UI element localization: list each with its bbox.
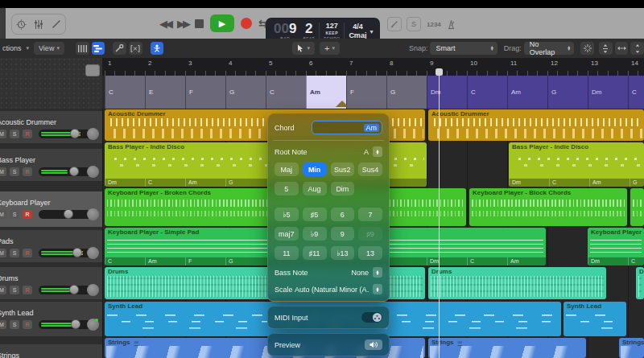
- chord-cell[interactable]: E: [145, 76, 185, 109]
- track-record-enable-button[interactable]: R: [23, 249, 32, 257]
- track-mute-button[interactable]: M: [0, 286, 6, 294]
- track-mute-button[interactable]: M: [0, 210, 6, 219]
- zoom-preset-icon[interactable]: [630, 42, 644, 55]
- chord-cell[interactable]: C: [266, 76, 306, 109]
- track-mute-button[interactable]: M: [0, 249, 6, 257]
- chord-cell[interactable]: Dm: [588, 76, 628, 109]
- chord-quality-button[interactable]: Dim: [331, 182, 355, 195]
- volume-slider[interactable]: [39, 249, 92, 257]
- region[interactable]: [630, 188, 644, 226]
- chord-quality-button[interactable]: ♯5: [303, 208, 327, 221]
- track-solo-button[interactable]: S: [10, 167, 19, 176]
- track-header[interactable]: DrumsMSR: [0, 267, 102, 299]
- track-header[interactable]: Acoustic DrummerMSR: [0, 111, 102, 143]
- volume-slider[interactable]: [39, 286, 92, 294]
- track-header[interactable]: Strings: [0, 344, 102, 358]
- region[interactable]: Strings∞: [428, 338, 586, 358]
- pointer-tool-menu[interactable]: ▾: [292, 42, 315, 55]
- volume-thumb[interactable]: [69, 167, 79, 176]
- volume-slider[interactable]: [39, 210, 92, 219]
- pan-knob[interactable]: [87, 166, 99, 178]
- chord-quality-button[interactable]: Aug: [303, 182, 327, 195]
- count-in-button[interactable]: 1234: [427, 21, 441, 28]
- region[interactable]: D: [636, 267, 644, 299]
- grid-icon[interactable]: [76, 42, 89, 55]
- chord-quality-button[interactable]: ♯9: [358, 227, 382, 241]
- track-solo-button[interactable]: S: [10, 130, 19, 138]
- track-solo-button[interactable]: S: [10, 286, 19, 294]
- track-header[interactable]: Keyboard PlayerMSR: [0, 191, 102, 227]
- metronome-icon[interactable]: [446, 19, 456, 30]
- play-button[interactable]: ▶: [210, 14, 234, 32]
- stop-button[interactable]: [195, 19, 204, 28]
- region[interactable]: Acoustic Drummer: [428, 109, 644, 141]
- global-tracks-icon[interactable]: [85, 64, 100, 76]
- region[interactable]: Keyboard Player - Block Chords: [469, 188, 627, 226]
- volume-thumb[interactable]: [70, 129, 80, 138]
- chord-quality-button[interactable]: 9: [331, 227, 355, 241]
- bass-note-stepper[interactable]: ▲▼: [373, 267, 382, 278]
- chord-track-icon[interactable]: [151, 42, 164, 55]
- chord-cell[interactable]: F: [346, 76, 386, 109]
- chord-cell[interactable]: Dm: [427, 76, 467, 109]
- region[interactable]: Strings∞: [619, 338, 644, 358]
- preview-speaker-button[interactable]: [365, 339, 382, 350]
- track-record-enable-button[interactable]: R: [23, 210, 32, 219]
- scale-stepper[interactable]: ▲▼: [373, 284, 382, 294]
- drag-select[interactable]: No Overlap ▲▼: [524, 42, 574, 55]
- rewind-button[interactable]: ◀◀: [159, 19, 171, 29]
- tool-wrench-icon[interactable]: [113, 42, 126, 55]
- secondary-tool-menu[interactable]: +▾: [320, 42, 340, 55]
- volume-thumb[interactable]: [71, 319, 80, 329]
- chord-quality-button[interactable]: Min: [303, 163, 327, 176]
- track-solo-button[interactable]: S: [10, 210, 19, 219]
- marquee-icon[interactable]: [129, 42, 142, 55]
- chord-cell[interactable]: Am: [507, 76, 547, 109]
- pan-knob[interactable]: [87, 208, 99, 220]
- track-mute-button[interactable]: M: [0, 130, 6, 138]
- region[interactable]: Drums: [428, 267, 606, 299]
- vertical-zoom-icon[interactable]: [599, 42, 613, 55]
- chord-quality-button[interactable]: 6: [331, 208, 355, 221]
- chord-quality-button[interactable]: ♭9: [303, 227, 327, 241]
- clock-icon[interactable]: [15, 19, 27, 31]
- chord-quality-button[interactable]: ♯11: [303, 246, 327, 260]
- playhead-handle[interactable]: [436, 68, 443, 76]
- forward-button[interactable]: ▶▶: [177, 19, 188, 29]
- record-button[interactable]: [241, 18, 252, 29]
- track-mute-button[interactable]: M: [0, 320, 6, 329]
- chord-quality-button[interactable]: ♭13: [331, 246, 355, 260]
- track-header[interactable]: Bass PlayerMSR: [0, 149, 102, 181]
- chord-cell[interactable]: C: [105, 76, 145, 109]
- chord-cell[interactable]: G: [225, 76, 266, 109]
- snap-select[interactable]: Smart ▲▼: [430, 42, 497, 55]
- volume-slider[interactable]: [39, 167, 92, 176]
- track-solo-button[interactable]: S: [10, 320, 19, 329]
- catch-playhead-icon[interactable]: [580, 42, 594, 55]
- horizontal-zoom-icon[interactable]: [615, 42, 629, 55]
- chord-quality-button[interactable]: ♭5: [275, 208, 299, 221]
- lcd-chevron-icon[interactable]: ▾: [369, 28, 373, 35]
- track-record-enable-button[interactable]: R: [23, 320, 32, 329]
- solo-button[interactable]: S: [407, 17, 421, 31]
- chord-quality-button[interactable]: maj7: [275, 227, 299, 241]
- chord-input[interactable]: Am: [312, 121, 382, 134]
- region[interactable]: Synth Lead: [564, 302, 626, 336]
- chord-quality-button[interactable]: 5: [275, 182, 299, 195]
- chord-cell[interactable]: G: [547, 76, 588, 109]
- sliders-icon[interactable]: [33, 19, 45, 31]
- pan-knob[interactable]: [87, 247, 99, 259]
- midi-input-toggle[interactable]: [361, 312, 382, 323]
- volume-thumb[interactable]: [72, 248, 82, 257]
- track-record-enable-button[interactable]: R: [23, 167, 32, 176]
- functions-menu[interactable]: ctions: [2, 44, 22, 52]
- chord-cell[interactable]: G: [386, 76, 427, 109]
- volume-thumb[interactable]: [64, 209, 73, 219]
- volume-thumb[interactable]: [69, 285, 79, 294]
- pencil-icon[interactable]: [51, 19, 63, 31]
- chord-quality-button[interactable]: 13: [358, 246, 382, 260]
- chord-quality-button[interactable]: Sus2: [331, 163, 355, 176]
- chord-cell[interactable]: C: [628, 76, 644, 109]
- pan-knob[interactable]: [87, 128, 99, 140]
- track-header[interactable]: PadsMSR: [0, 230, 102, 262]
